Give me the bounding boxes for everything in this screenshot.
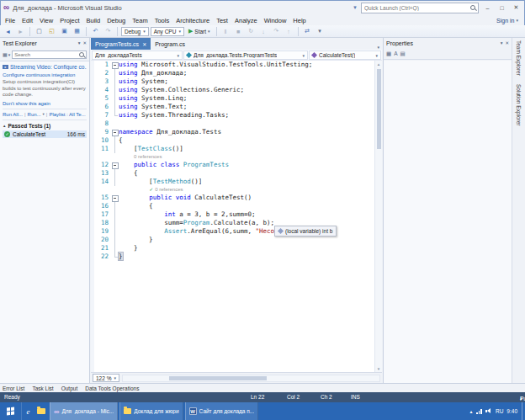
codelens-text[interactable]: 0 references	[155, 186, 183, 194]
taskbar-app[interactable]: ∞Для_доклада - Mic...	[50, 402, 118, 420]
feedback-icon[interactable]: ▼	[353, 5, 358, 10]
fold-collapse-icon[interactable]	[111, 161, 119, 169]
document-tab[interactable]: Program.cs	[151, 38, 189, 50]
minimize-button[interactable]: –	[482, 3, 493, 13]
property-pages-icon[interactable]: ▤	[400, 51, 406, 57]
fold-collapse-icon[interactable]	[111, 61, 119, 69]
scrollbar-thumb[interactable]	[377, 69, 381, 149]
configure-ci-link[interactable]: Configure continuous integration	[3, 72, 87, 77]
panel-tab-error-list[interactable]: Error List	[3, 385, 24, 391]
autohide-tab-solution-explorer[interactable]: Solution Explorer	[516, 84, 522, 126]
test-search-input[interactable]	[14, 52, 77, 57]
solution-configurations-select[interactable]: Debug▾	[121, 27, 149, 36]
menu-edit[interactable]: Edit	[19, 15, 36, 25]
dismiss-link[interactable]: Don't show this again	[3, 101, 87, 106]
document-tab[interactable]: ProgramTests.cs✕	[91, 38, 151, 50]
solution-platforms-select[interactable]: Any CPU▾	[151, 27, 184, 36]
language-indicator[interactable]: RU	[496, 408, 503, 414]
undo-icon[interactable]: ↶	[90, 26, 101, 37]
codelens-row[interactable]: 0 references	[91, 153, 374, 161]
run-all-link[interactable]: Run All...	[3, 112, 23, 117]
file-explorer-button[interactable]	[34, 402, 47, 420]
start-debug-button[interactable]: ▶Start▾	[186, 26, 213, 37]
close-icon[interactable]: ✕	[505, 40, 509, 45]
panel-tab-task-list[interactable]: Task List	[32, 385, 53, 391]
group-by-button[interactable]: ▦ ▾	[3, 51, 10, 57]
test-explorer-header[interactable]: Test Explorer ▾ ✕	[0, 38, 89, 48]
properties-header[interactable]: Properties ▾ ✕	[384, 38, 512, 48]
redo-icon[interactable]: ↷	[103, 26, 114, 37]
horizontal-scrollbar[interactable]	[122, 375, 380, 382]
window-position-icon[interactable]: ▾	[501, 40, 503, 45]
alphabetical-icon[interactable]: A	[394, 51, 397, 56]
panel-tab-output[interactable]: Output	[61, 385, 78, 391]
playlist-link[interactable]: Playlist : All Te...	[49, 112, 85, 117]
menu-view[interactable]: View	[36, 15, 56, 25]
maximize-button[interactable]: □	[496, 3, 507, 13]
project-dropdown[interactable]: Для_докладаTests ▾	[92, 51, 183, 60]
save-icon[interactable]: ▣	[59, 26, 70, 37]
menu-debug[interactable]: Debug	[103, 15, 129, 25]
type-dropdown[interactable]: Для_доклада.Tests.ProgramTests ▾	[183, 51, 308, 60]
show-desktop-button[interactable]	[522, 402, 525, 420]
window-position-icon[interactable]: ▾	[78, 40, 81, 45]
menu-project[interactable]: Project	[56, 15, 82, 25]
menu-team[interactable]: Team	[129, 15, 151, 25]
step-over-icon[interactable]: ↷	[271, 26, 282, 37]
menu-window[interactable]: Window	[261, 15, 290, 25]
internet-explorer-button[interactable]: e	[22, 402, 34, 420]
panel-tab-data-tools-operations[interactable]: Data Tools Operations	[85, 385, 139, 391]
quick-launch-box[interactable]	[361, 3, 479, 13]
taskbar-app[interactable]: WСайт для доклада п...	[185, 402, 259, 420]
member-dropdown[interactable]: CalculateTest() ▾	[309, 51, 381, 60]
open-file-icon[interactable]: ◱	[46, 26, 57, 37]
toolbar-overflow-icon[interactable]: ▾	[315, 26, 326, 37]
fold-collapse-icon[interactable]	[111, 128, 119, 136]
fold-collapse-icon[interactable]	[111, 194, 119, 202]
menu-architecture[interactable]: Architecture	[172, 15, 213, 25]
menu-analyze[interactable]: Analyze	[231, 15, 261, 25]
menu-test[interactable]: Test	[213, 15, 231, 25]
vertical-scrollbar[interactable]: ▲ ▼	[374, 61, 382, 372]
autohide-tab-team-explorer[interactable]: Team Explorer	[516, 40, 522, 76]
sync-with-active-document-icon[interactable]: ⇄	[302, 26, 313, 37]
stop-icon[interactable]: ■	[233, 26, 244, 37]
new-project-icon[interactable]: ▢	[34, 26, 45, 37]
menu-tools[interactable]: Tools	[151, 15, 173, 25]
windows-taskbar: e ∞Для_доклада - Mic...Доклад для жюриWС…	[0, 402, 525, 420]
close-icon[interactable]: ✕	[142, 41, 146, 47]
network-icon[interactable]	[476, 409, 482, 414]
codelens-row[interactable]: ✓0 references	[91, 186, 374, 194]
quick-launch-input[interactable]	[364, 5, 469, 11]
clock[interactable]: 9:40	[506, 408, 517, 414]
test-search-box[interactable]	[12, 51, 87, 59]
step-out-icon[interactable]: ↑	[284, 26, 294, 37]
navigate-back-icon[interactable]: ◄	[3, 26, 13, 37]
step-into-icon[interactable]: ↓	[258, 26, 269, 37]
menu-help[interactable]: Help	[289, 15, 309, 25]
zoom-select[interactable]: 122 % ▾	[93, 374, 119, 382]
sign-in-button[interactable]: Sign in ▾	[496, 18, 523, 24]
taskbar-app[interactable]: Доклад для жюри	[119, 402, 183, 420]
test-group-header[interactable]: ▲Passed Tests (1)	[3, 123, 87, 129]
scroll-up-icon[interactable]: ▲	[375, 61, 382, 67]
save-all-icon[interactable]: ▦	[72, 26, 82, 37]
codelens-text[interactable]: 0 references	[134, 153, 162, 161]
categorized-icon[interactable]: ▦	[386, 51, 391, 57]
navigate-forward-icon[interactable]: ►	[15, 26, 26, 37]
close-icon[interactable]: ✕	[82, 40, 87, 45]
close-button[interactable]: ✕	[511, 3, 522, 13]
restart-icon[interactable]: ↻	[246, 26, 257, 37]
code-editor[interactable]: (local variable) int b 1using Microsoft.…	[91, 61, 374, 372]
pause-icon[interactable]: ‖	[220, 26, 231, 37]
test-item[interactable]: ✓CalculateTest166 ms	[3, 130, 87, 138]
run-link[interactable]: Run...	[28, 112, 41, 117]
start-button[interactable]	[0, 402, 22, 420]
scroll-down-icon[interactable]: ▼	[375, 365, 382, 372]
menu-file[interactable]: File	[2, 15, 19, 25]
scrollbar-thumb[interactable]	[169, 376, 267, 380]
menu-build[interactable]: Build	[83, 15, 104, 25]
show-hidden-icons-icon[interactable]: ▲	[469, 409, 474, 414]
streaming-video-link[interactable]: ▸ Streaming Video: Configure co...	[3, 64, 87, 70]
volume-icon[interactable]	[485, 408, 492, 414]
